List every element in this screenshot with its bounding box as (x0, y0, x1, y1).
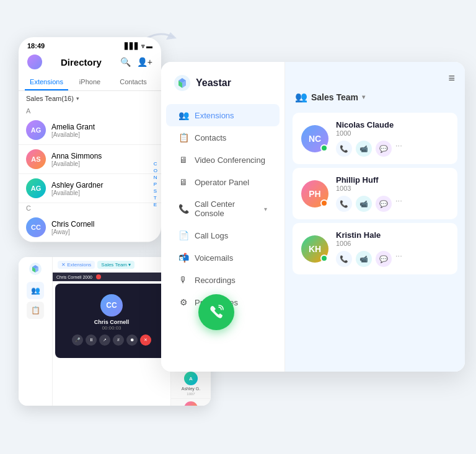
wifi-icon: ▿ (141, 43, 144, 50)
more-options-button[interactable]: ··· (395, 251, 402, 267)
contact-name: Amelia Grant (51, 123, 154, 131)
avatar: AG (26, 178, 46, 198)
sidebar-item-operator-panel[interactable]: 🖥 Operator Panel (166, 171, 280, 193)
sidebar-item-video-conferencing[interactable]: 🖥 Video Conferencing (166, 149, 280, 171)
status-indicator (320, 255, 328, 262)
hold-button[interactable]: ⏸ (86, 334, 97, 346)
contact-ext: 1007 (187, 392, 195, 396)
video-button[interactable]: 📹 (356, 251, 372, 267)
contact-actions: 📞 📹 💬 ··· (336, 141, 449, 157)
phone-fab-icon (208, 303, 225, 321)
contact-card: NC Nicolas Claude 1000 📞 📹 💬 ··· (293, 113, 457, 164)
contact-card: KH Kristin Hale 1006 📞 📹 💬 ··· (293, 223, 457, 274)
contact-status: [Away] (51, 229, 154, 235)
video-button[interactable]: 📹 (356, 196, 372, 212)
chevron-down-icon: ▾ (264, 206, 267, 212)
contact-actions: 📞 📹 💬 ··· (336, 196, 449, 212)
message-button[interactable]: 💬 (376, 251, 392, 267)
more-options-button[interactable]: ··· (395, 141, 402, 157)
sidebar-item-contacts[interactable]: 📋 Contacts (166, 126, 280, 149)
status-time: 18:49 (27, 42, 45, 50)
list-item[interactable]: A Ashley G. 1007 (171, 369, 211, 398)
status-bar: 18:49 ▋▋▋ ▿ ▬ (19, 37, 161, 52)
small-logo-icon (29, 262, 42, 276)
avatar: CC (26, 217, 46, 237)
extensions-icon: 👥 (178, 110, 188, 120)
sales-team-chevron[interactable]: ▾ (362, 94, 365, 100)
contact-info: Ashley Gardner [Available] (51, 181, 154, 196)
small-extensions-icon[interactable]: 👥 (27, 282, 44, 299)
more-options-button[interactable]: ··· (395, 196, 402, 212)
small-sales-tag: Sales Team ▾ (97, 261, 134, 269)
phone-header-actions: 🔍 👤+ (120, 57, 152, 67)
hamburger-icon[interactable]: ≡ (448, 72, 455, 85)
sidebar-item-recordings[interactable]: 🎙 Recordings (166, 269, 280, 291)
battery-icon: ▬ (146, 43, 152, 50)
contact-actions: 📞 📹 💬 ··· (336, 251, 449, 267)
nav-label-extensions: Extensions (195, 111, 234, 120)
voicemails-icon: 📬 (178, 253, 188, 263)
tab-iphone[interactable]: iPhone (68, 74, 112, 90)
list-item[interactable]: A Anna... 1003 (171, 399, 211, 406)
contact-ext: 1000 (336, 129, 449, 137)
sidebar-item-voicemails[interactable]: 📬 Voicemails (166, 247, 280, 269)
video-button[interactable]: 📹 (356, 141, 372, 157)
avatar: AG (26, 120, 46, 140)
list-item[interactable]: AG Amelia Grant [Available] (19, 116, 161, 145)
keypad-button[interactable]: # (113, 334, 124, 346)
mute-button[interactable]: 🎤 (72, 334, 83, 346)
contact-status: [Available] (51, 160, 154, 167)
call-screen: CC Chris Cornell 00:00:03 🎤 ⏸ ↗ # ⏺ ✕ (55, 284, 168, 358)
call-logs-icon: 📄 (178, 230, 188, 240)
end-call-button[interactable]: ✕ (140, 334, 151, 346)
list-item[interactable]: AG Ashley Gardner [Available] (19, 174, 161, 203)
call-button[interactable]: 📞 (336, 251, 352, 267)
sales-team-header: 👥 Sales Team ▾ (285, 91, 465, 109)
message-button[interactable]: 💬 (376, 196, 392, 212)
record-button[interactable]: ⏺ (126, 334, 138, 346)
add-contact-icon[interactable]: 👤+ (137, 57, 152, 67)
small-contacts-icon[interactable]: 📋 (27, 302, 44, 319)
call-button[interactable]: 📞 (336, 141, 352, 157)
contacts-icon: 📋 (178, 133, 188, 142)
status-indicator (320, 199, 328, 207)
nav-label-calllogs: Call Logs (195, 231, 228, 240)
sidebar-item-call-logs[interactable]: 📄 Call Logs (166, 224, 280, 247)
list-item[interactable]: CC Chris Cornell [Away] (19, 213, 161, 242)
phone-header: Directory 🔍 👤+ (19, 52, 161, 74)
contact-name: Kristin Hale (336, 230, 449, 240)
contact-status: [Available] (51, 131, 154, 138)
content-header: ≡ (285, 62, 465, 91)
avatar: PH (301, 180, 328, 207)
list-item[interactable]: AS Anna Simmons [Available] (19, 145, 161, 174)
sidebar-item-call-center[interactable]: 📞 Call Center Console ▾ (166, 193, 280, 224)
avatar: KH (301, 235, 328, 263)
nav-label-operator: Operator Panel (195, 178, 249, 187)
message-button[interactable]: 💬 (376, 141, 392, 157)
operator-icon: 🖥 (178, 177, 188, 187)
call-fab-button[interactable] (198, 294, 234, 330)
yeastar-logo-icon (174, 74, 191, 92)
contact-name: Ashley G. (182, 386, 200, 391)
status-icons: ▋▋▋ ▿ ▬ (125, 43, 152, 50)
video-icon: 🖥 (178, 155, 188, 165)
phone-title: Directory (61, 57, 102, 68)
contact-info: Amelia Grant [Available] (51, 123, 154, 138)
transfer-button[interactable]: ↗ (99, 334, 110, 346)
tab-extensions[interactable]: Extensions (25, 74, 68, 90)
nav-label-video: Video Conferencing (195, 155, 265, 165)
sales-team-label: Sales Team (311, 92, 358, 102)
avatar: AS (26, 149, 46, 169)
contact-info: Nicolas Claude 1000 📞 📹 💬 ··· (336, 120, 449, 157)
tab-contacts[interactable]: Contacts (112, 74, 155, 90)
filter-label: Sales Team(16) (26, 95, 74, 102)
search-icon[interactable]: 🔍 (120, 57, 131, 67)
nav-label-recordings: Recordings (195, 276, 236, 285)
call-button[interactable]: 📞 (336, 196, 352, 212)
filter-row[interactable]: Sales Team(16) ▾ (19, 91, 161, 106)
sidebar-item-extensions[interactable]: 👥 Extensions (166, 104, 280, 126)
alphabet-nav[interactable]: CONPSTE (154, 161, 157, 207)
user-avatar (27, 55, 42, 69)
contact-info: Phillip Huff 1003 📞 📹 💬 ··· (336, 175, 449, 212)
team-icon: 👥 (295, 91, 307, 103)
